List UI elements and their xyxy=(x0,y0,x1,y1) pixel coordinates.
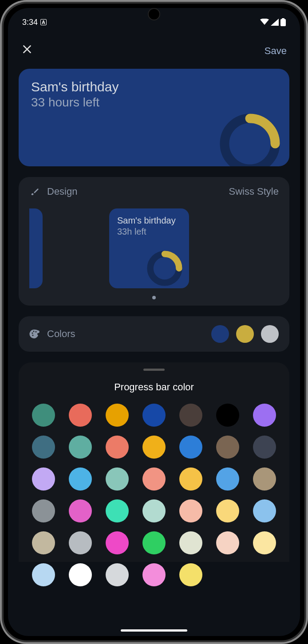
colors-section[interactable]: Colors xyxy=(19,316,289,352)
color-swatch[interactable] xyxy=(179,467,202,491)
color-swatch[interactable] xyxy=(69,436,92,459)
mini-progress-arc xyxy=(145,248,185,288)
brush-icon xyxy=(29,187,40,196)
progress-arc xyxy=(217,110,283,166)
design-section: Design Swiss Style ay ft Sam's birthday … xyxy=(19,177,289,306)
design-label: Design xyxy=(47,186,77,197)
color-swatch[interactable] xyxy=(69,404,92,427)
color-swatch[interactable] xyxy=(69,499,92,522)
color-swatch[interactable] xyxy=(253,467,276,491)
color-swatch[interactable] xyxy=(106,436,129,459)
header: Save xyxy=(8,33,300,69)
status-mode-icon: A xyxy=(40,19,47,25)
color-swatch[interactable] xyxy=(253,404,276,427)
color-swatch[interactable] xyxy=(69,467,92,491)
color-swatch[interactable] xyxy=(32,404,55,427)
color-swatch[interactable] xyxy=(106,531,129,554)
color-swatch[interactable] xyxy=(106,499,129,522)
palette-icon xyxy=(29,329,40,339)
mini-title: Sam's birthday xyxy=(117,216,181,226)
screen: 3:34 A Save Sam's birthday 33 hours left xyxy=(8,8,300,636)
color-swatch[interactable] xyxy=(179,531,202,554)
design-preview-selected[interactable]: Sam's birthday 33h left xyxy=(109,208,189,288)
color-swatch[interactable] xyxy=(253,531,276,554)
svg-rect-1 xyxy=(282,18,284,20)
save-button[interactable]: Save xyxy=(265,45,287,57)
color-swatch[interactable] xyxy=(253,436,276,459)
color-swatch[interactable] xyxy=(106,563,129,586)
color-thumb-accent[interactable] xyxy=(236,325,254,343)
color-swatch[interactable] xyxy=(106,404,129,427)
preview-title: Sam's birthday xyxy=(31,79,277,94)
color-swatch[interactable] xyxy=(216,499,239,522)
color-swatch[interactable] xyxy=(216,404,239,427)
design-preview-carousel[interactable]: ay ft Sam's birthday 33h left xyxy=(29,206,279,291)
color-swatch[interactable] xyxy=(179,563,202,586)
color-swatch[interactable] xyxy=(216,467,239,491)
color-swatch[interactable] xyxy=(216,531,239,554)
mini-subtitle: 33h left xyxy=(117,227,181,237)
close-icon[interactable] xyxy=(21,43,33,58)
color-swatch[interactable] xyxy=(253,499,276,522)
wifi-icon xyxy=(260,19,269,26)
color-thumb-text[interactable] xyxy=(261,325,279,343)
design-style-value: Swiss Style xyxy=(229,186,279,197)
color-swatch[interactable] xyxy=(69,563,92,586)
carousel-dot xyxy=(152,296,156,299)
picker-title: Progress bar color xyxy=(29,381,279,393)
color-swatch[interactable] xyxy=(32,499,55,522)
color-swatch[interactable] xyxy=(32,436,55,459)
signal-icon xyxy=(271,19,279,26)
color-swatch[interactable] xyxy=(106,467,129,491)
color-swatch[interactable] xyxy=(142,467,166,491)
color-swatch[interactable] xyxy=(179,436,202,459)
color-swatch[interactable] xyxy=(32,467,55,491)
colors-label: Colors xyxy=(47,328,75,340)
widget-preview-card: Sam's birthday 33 hours left xyxy=(19,69,289,166)
status-time: 3:34 xyxy=(22,18,38,27)
color-thumbs xyxy=(211,325,279,343)
swatch-grid xyxy=(29,404,279,586)
svg-rect-0 xyxy=(280,19,286,26)
color-swatch[interactable] xyxy=(32,563,55,586)
color-swatch[interactable] xyxy=(32,531,55,554)
color-thumb-bg[interactable] xyxy=(211,325,229,343)
color-swatch[interactable] xyxy=(69,531,92,554)
color-swatch[interactable] xyxy=(179,404,202,427)
home-indicator[interactable] xyxy=(121,629,187,632)
svg-point-5 xyxy=(33,331,35,332)
color-swatch[interactable] xyxy=(142,563,166,586)
drag-handle[interactable] xyxy=(143,369,165,371)
design-header[interactable]: Design Swiss Style xyxy=(29,186,279,197)
color-picker-panel: Progress bar color xyxy=(19,362,289,562)
color-swatch[interactable] xyxy=(216,436,239,459)
svg-point-7 xyxy=(32,335,34,336)
color-swatch[interactable] xyxy=(142,436,166,459)
svg-point-4 xyxy=(32,333,33,334)
battery-icon xyxy=(280,18,286,26)
color-swatch[interactable] xyxy=(179,499,202,522)
color-swatch[interactable] xyxy=(142,499,166,522)
status-icons xyxy=(260,18,286,26)
preview-subtitle: 33 hours left xyxy=(31,95,277,110)
design-preview-peek[interactable]: ay ft xyxy=(29,208,43,288)
phone-frame: 3:34 A Save Sam's birthday 33 hours left xyxy=(0,0,308,644)
svg-point-6 xyxy=(36,331,37,333)
camera-notch xyxy=(148,8,160,20)
color-swatch[interactable] xyxy=(142,531,166,554)
color-swatch[interactable] xyxy=(142,404,166,427)
